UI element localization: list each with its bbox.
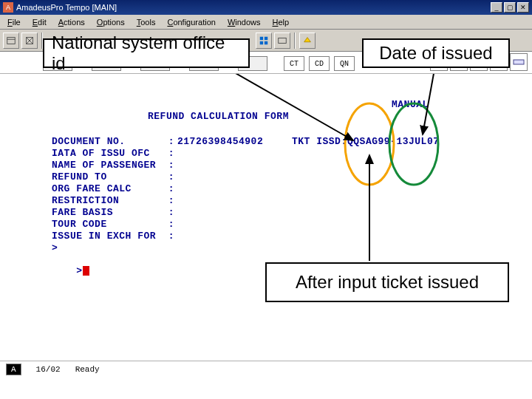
window-buttons: _ ▢ ✕ bbox=[491, 2, 529, 13]
label-tour-code: TOUR CODE : bbox=[52, 219, 174, 230]
toolbar-sep-2 bbox=[294, 33, 296, 49]
value-doc-no: 21726398454902 bbox=[177, 136, 263, 147]
svg-rect-4 bbox=[265, 36, 267, 39]
tab-cd[interactable]: CD bbox=[309, 56, 330, 71]
line-prompt: > bbox=[52, 254, 89, 287]
menu-bar: File Edit Actions Options Tools Configur… bbox=[0, 15, 532, 30]
menu-options[interactable]: Options bbox=[92, 16, 129, 28]
label-iata: IATA OF ISSU OFC : bbox=[52, 148, 174, 159]
label-fare-basis: FARE BASIS : bbox=[52, 207, 174, 218]
value-tkt-issd: QQSAG99-13JUL07 bbox=[347, 136, 440, 147]
footer-strip bbox=[0, 377, 532, 399]
tab-qn[interactable]: QN bbox=[334, 56, 355, 71]
form-mode: MANUAL bbox=[392, 99, 429, 110]
svg-rect-0 bbox=[7, 37, 16, 44]
svg-rect-6 bbox=[265, 41, 267, 44]
terminal-area[interactable]: National system office id Date of issued… bbox=[0, 74, 532, 361]
form-title: REFUND CALCULATION FORM bbox=[148, 111, 289, 122]
menu-edit[interactable]: Edit bbox=[28, 16, 51, 28]
title-bar: A AmadeusPro Tempo [MAIN] _ ▢ ✕ bbox=[0, 0, 532, 15]
menu-configuration[interactable]: Configuration bbox=[163, 16, 219, 28]
callout-office-id: National system office id bbox=[43, 38, 250, 68]
status-bar: A 16/02 Ready bbox=[0, 361, 532, 377]
window-title: AmadeusPro Tempo [MAIN] bbox=[16, 3, 117, 12]
toolbar-btn-2[interactable] bbox=[21, 33, 38, 49]
cursor bbox=[83, 266, 89, 276]
maximize-button[interactable]: ▢ bbox=[504, 2, 516, 13]
label-restriction: RESTRICTION : bbox=[52, 195, 174, 206]
line-caret: > bbox=[52, 242, 58, 253]
callout-date-issued: Date of issued bbox=[362, 38, 510, 68]
svg-line-14 bbox=[229, 74, 353, 140]
status-state: Ready bbox=[75, 365, 100, 374]
prompt-char: > bbox=[76, 265, 82, 276]
tab-ct[interactable]: CT bbox=[284, 56, 304, 71]
label-org-fare: ORG FARE CALC : bbox=[52, 183, 174, 194]
label-name: NAME OF PASSENGER : bbox=[52, 160, 174, 171]
menu-windows[interactable]: Windows bbox=[223, 16, 265, 28]
tool-icon-5[interactable] bbox=[510, 53, 528, 71]
menu-help[interactable]: Help bbox=[268, 16, 294, 28]
label-refund: REFUND TO : bbox=[52, 171, 174, 183]
svg-rect-7 bbox=[279, 38, 287, 43]
callout-after-input: After input ticket issued bbox=[265, 262, 509, 302]
close-button[interactable]: ✕ bbox=[517, 2, 529, 13]
label-issue-exch: ISSUE IN EXCH FOR : bbox=[52, 231, 174, 242]
svg-rect-11 bbox=[514, 60, 524, 64]
toolbar-btn-4[interactable] bbox=[274, 33, 290, 49]
label-doc-no: DOCUMENT NO. : bbox=[52, 136, 174, 147]
label-tkt-issd: TKT ISSD: bbox=[292, 136, 347, 147]
minimize-button[interactable]: _ bbox=[491, 2, 502, 13]
status-pos: 16/02 bbox=[36, 365, 61, 374]
app-icon: A bbox=[3, 2, 13, 13]
svg-rect-3 bbox=[260, 36, 263, 39]
toolbar-btn-3[interactable] bbox=[256, 33, 272, 49]
toolbar-btn-5[interactable] bbox=[299, 33, 316, 49]
svg-rect-5 bbox=[260, 41, 263, 44]
menu-actions[interactable]: Actions bbox=[54, 16, 89, 28]
menu-tools[interactable]: Tools bbox=[132, 16, 160, 28]
toolbar-btn-1[interactable] bbox=[3, 33, 19, 49]
status-a: A bbox=[6, 364, 21, 375]
menu-file[interactable]: File bbox=[3, 16, 25, 28]
